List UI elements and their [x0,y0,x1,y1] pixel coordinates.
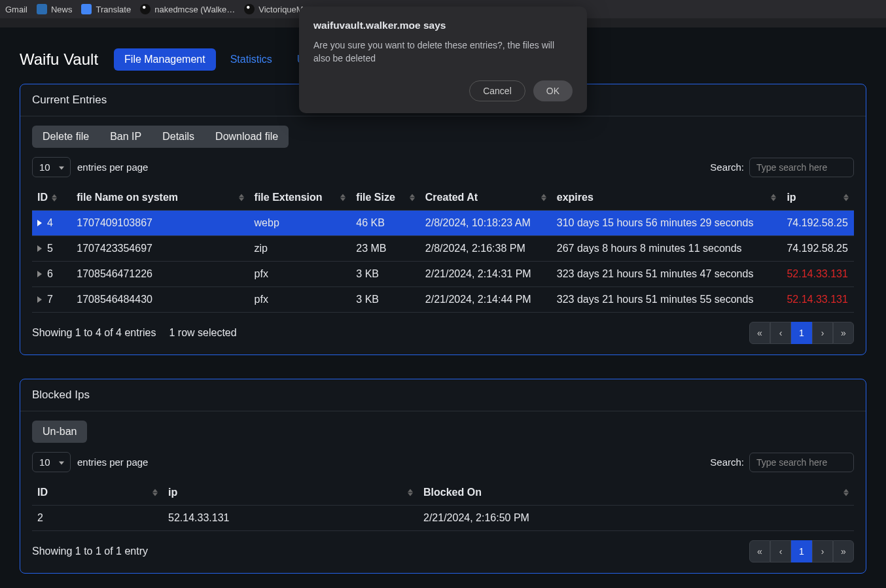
download-file-button[interactable]: Download file [205,126,289,148]
tab-file-management[interactable]: File Management [114,48,216,71]
cell-blocked-on: 2/21/2024, 2:16:50 PM [418,506,854,531]
cell-filename: 1708546484430 [71,287,249,313]
page-first-button[interactable]: « [749,322,770,344]
entries-search-label: Search: [710,162,744,173]
translate-icon [81,4,92,14]
entries-toolbar: Delete file Ban IP Details Download file [32,126,854,148]
entries-page-size-select[interactable]: 10 [32,157,71,177]
table-row[interactable]: 61708546471226pfx3 KB2/21/2024, 2:14:31 … [32,262,854,287]
page-prev-button[interactable]: ‹ [770,322,791,344]
entries-selected-text: 1 row selected [169,327,236,339]
blocked-search-input[interactable] [749,453,854,472]
entries-showing-text: Showing 1 to 4 of 4 entries [32,327,156,339]
blocked-search-label: Search: [710,457,744,468]
sort-up-icon [843,489,849,493]
page-next-button[interactable]: › [812,322,833,344]
github-icon [244,4,255,14]
cell-extension: webp [249,211,351,236]
sort-down-icon [541,198,546,201]
blocked-page-size-select-wrap: 10 [32,452,71,472]
sort-down-icon [408,493,413,496]
col-extension[interactable]: file Extension [249,185,351,211]
blocked-per-page-label: entries per page [77,457,148,468]
cell-created: 2/8/2024, 10:18:23 AM [420,211,552,236]
confirm-delete-dialog: waifuvault.walker.moe says Are you sure … [299,7,587,113]
sort-up-icon [843,194,849,198]
nav-tabs: File Management Statistics Use [114,48,326,71]
expand-icon[interactable] [37,271,42,277]
col-created[interactable]: Created At [420,185,552,211]
cell-created: 2/21/2024, 2:14:31 PM [420,262,552,287]
sort-up-icon [408,489,413,493]
bpage-first-button[interactable]: « [749,540,770,562]
cell-expires: 323 days 21 hours 51 minutes 47 seconds [552,262,782,287]
table-row[interactable]: 41707409103867webp46 KB2/8/2024, 10:18:2… [32,211,854,236]
cell-id: 4 [47,217,53,228]
cell-size: 46 KB [351,211,420,236]
dialog-cancel-button[interactable]: Cancel [469,80,525,101]
bcol-id[interactable]: ID [32,480,163,506]
bcol-blocked-on[interactable]: Blocked On [418,480,854,506]
page-last-button[interactable]: » [833,322,854,344]
sort-down-icon [52,198,57,201]
cell-ip: 74.192.58.25 [781,236,854,262]
unban-button[interactable]: Un-ban [32,421,87,443]
expand-icon[interactable] [37,220,42,226]
github-icon [140,4,151,14]
tab-statistics[interactable]: Statistics [220,48,283,71]
table-row[interactable]: 71708546484430pfx3 KB2/21/2024, 2:14:44 … [32,287,854,313]
entries-table: ID file Name on system file Extension fi… [32,185,854,313]
cell-extension: pfx [249,262,351,287]
col-expires[interactable]: expires [552,185,782,211]
cell-id: 5 [47,243,53,254]
cell-ip: 74.192.58.25 [781,211,854,236]
sort-up-icon [410,194,415,198]
cell-created: 2/8/2024, 2:16:38 PM [420,236,552,262]
page-1-button[interactable]: 1 [791,322,812,344]
news-icon [37,4,47,14]
ban-ip-button[interactable]: Ban IP [99,126,152,148]
delete-file-button[interactable]: Delete file [32,126,99,148]
expand-icon[interactable] [37,245,42,252]
cell-extension: pfx [249,287,351,313]
bookmark-translate[interactable]: Translate [81,4,131,14]
col-ip[interactable]: ip [781,185,854,211]
cell-size: 3 KB [351,287,420,313]
sort-up-icon [239,194,244,198]
bookmark-gmail[interactable]: Gmail [5,5,27,14]
table-row[interactable]: 51707423354697zip23 MB2/8/2024, 2:16:38 … [32,236,854,262]
cell-id: 7 [47,294,53,305]
details-button[interactable]: Details [152,126,205,148]
cell-ip: 52.14.33.131 [781,262,854,287]
cell-ip: 52.14.33.131 [781,287,854,313]
blocked-table: ID ip Blocked On 252.14.33.1312/21/2024,… [32,480,854,531]
dialog-ok-button[interactable]: OK [533,80,573,101]
cell-filename: 1707409103867 [71,211,249,236]
bpage-next-button[interactable]: › [812,540,833,562]
sort-up-icon [541,194,546,198]
sort-down-icon [152,493,158,496]
bcol-ip[interactable]: ip [163,480,418,506]
cell-expires: 267 days 8 hours 8 minutes 11 seconds [552,236,782,262]
bpage-1-button[interactable]: 1 [791,540,812,562]
blocked-showing-text: Showing 1 to 1 of 1 entry [32,545,148,557]
sort-up-icon [771,194,776,198]
cell-expires: 323 days 21 hours 51 minutes 55 seconds [552,287,782,313]
bpage-last-button[interactable]: » [833,540,854,562]
cell-extension: zip [249,236,351,262]
entries-search-input[interactable] [749,158,854,177]
col-id[interactable]: ID [32,185,71,211]
cell-created: 2/21/2024, 2:14:44 PM [420,287,552,313]
cell-id: 2 [32,506,163,531]
blocked-page-size-select[interactable]: 10 [32,452,71,472]
bookmark-news[interactable]: News [37,4,73,14]
blocked-pagination: « ‹ 1 › » [749,540,854,562]
bpage-prev-button[interactable]: ‹ [770,540,791,562]
cell-ip: 52.14.33.131 [163,506,418,531]
bookmark-github-1[interactable]: nakedmcse (Walke… [140,4,235,14]
expand-icon[interactable] [37,296,42,303]
col-size[interactable]: file Size [351,185,420,211]
col-filename[interactable]: file Name on system [71,185,249,211]
table-row[interactable]: 252.14.33.1312/21/2024, 2:16:50 PM [32,506,854,531]
app-title: Waifu Vault [20,50,98,69]
